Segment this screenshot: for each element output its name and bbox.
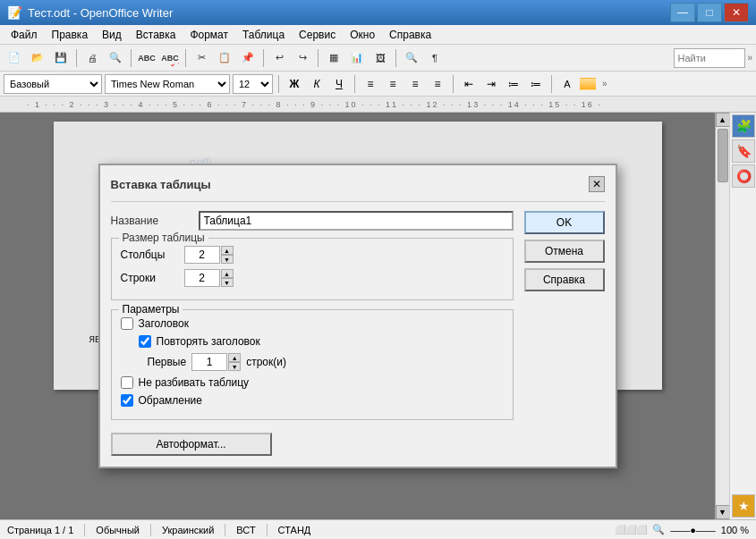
header-checkbox[interactable] (121, 317, 133, 330)
ruler-marks: · 1 · · · 2 · · · 3 · · · 4 · · · 5 · · … (27, 100, 602, 109)
menu-tools[interactable]: Сервис (292, 27, 343, 43)
scroll-up-button[interactable]: ▲ (716, 113, 730, 127)
cols-label: Столбцы (121, 248, 179, 261)
print-button[interactable]: 🖨 (81, 47, 103, 69)
rows-up-button[interactable]: ▲ (221, 269, 234, 278)
status-zoom-icon: 🔍 (652, 524, 665, 535)
redo-button[interactable]: ↪ (292, 47, 313, 69)
rows-input[interactable] (184, 269, 220, 287)
spellcheck2-button[interactable]: ABC (159, 47, 181, 69)
scroll-down-button[interactable]: ▼ (716, 505, 730, 519)
params-group: Параметры Заголовок Повторять заголовок (111, 309, 514, 420)
minimize-button[interactable]: — (670, 3, 695, 22)
table-name-input[interactable] (199, 211, 514, 231)
right-panel: 🧩 🔖 ⭕ ★ (729, 113, 756, 519)
first-up-button[interactable]: ▲ (228, 353, 241, 362)
border-checkbox[interactable] (121, 394, 133, 407)
cols-input[interactable] (184, 246, 220, 264)
cut-button[interactable]: ✂ (191, 47, 212, 69)
dialog-close-button[interactable]: ✕ (589, 176, 605, 192)
undo-button[interactable]: ↩ (268, 47, 290, 69)
rows-spinner-btns: ▲ ▼ (221, 269, 234, 287)
menu-view[interactable]: Вид (95, 27, 129, 43)
open-button[interactable]: 📂 (27, 47, 48, 69)
paste-button[interactable]: 📌 (237, 47, 259, 69)
first-spinner: ▲ ▼ (191, 353, 241, 371)
maximize-button[interactable]: □ (697, 3, 722, 22)
image-button[interactable]: 🖼 (370, 47, 391, 69)
panel-btn-2[interactable]: 🔖 (732, 139, 755, 163)
font-select[interactable]: Times New Roman (105, 74, 230, 94)
menu-insert[interactable]: Вставка (129, 27, 183, 43)
style-select[interactable]: Базовый (4, 74, 102, 94)
align-left-button[interactable]: ≡ (361, 74, 380, 94)
rows-down-button[interactable]: ▼ (221, 278, 234, 287)
close-button[interactable]: ✕ (724, 3, 749, 22)
cols-spinner-btns: ▲ ▼ (221, 246, 234, 264)
menu-table[interactable]: Таблица (235, 27, 292, 43)
list-button[interactable]: ≔ (504, 74, 523, 94)
first-down-button[interactable]: ▼ (228, 362, 241, 371)
scroll-thumb[interactable] (718, 129, 728, 182)
new-button[interactable]: 📄 (4, 47, 25, 69)
menu-format[interactable]: Формат (183, 27, 235, 43)
rows-label: Строки (121, 272, 179, 284)
menu-file[interactable]: Файл (4, 27, 45, 43)
first-rows-row: Первые ▲ ▼ строк(и) (148, 353, 504, 371)
repeat-label: Повторять заголовок (157, 335, 260, 348)
panel-btn-3[interactable]: ⭕ (732, 164, 755, 188)
panel-btn-1[interactable]: 🧩 (732, 114, 755, 138)
status-bar: Страница 1 / 1 Обычный Украинский ВСТ СТ… (0, 519, 756, 539)
rows-row: Строки ▲ ▼ (121, 269, 504, 287)
toolbar-expand-icon: » (747, 53, 752, 63)
find-input[interactable] (674, 48, 745, 68)
doc-area: SortingPCRepair.Com SortingPCRepair.Com … (0, 113, 715, 519)
status-sep-2 (150, 524, 151, 536)
header-label: Заголовок (139, 317, 189, 330)
show-chars-button[interactable]: ¶ (424, 47, 446, 69)
ok-button[interactable]: OK (524, 211, 605, 234)
highlight-button[interactable] (580, 78, 596, 90)
status-zoom-slider[interactable]: ——●—— (670, 525, 716, 535)
vertical-scrollbar: ▲ ▼ (715, 113, 729, 519)
scroll-track[interactable] (716, 127, 729, 505)
cols-down-button[interactable]: ▼ (221, 255, 234, 264)
copy-button[interactable]: 📋 (214, 47, 235, 69)
underline-button[interactable]: Ч (329, 74, 349, 94)
first-input[interactable] (191, 353, 227, 371)
cancel-button[interactable]: Отмена (524, 240, 605, 263)
menu-edit[interactable]: Правка (45, 27, 96, 43)
align-center-button[interactable]: ≡ (383, 74, 403, 94)
help-button[interactable]: Справка (524, 268, 605, 291)
italic-button[interactable]: К (307, 74, 327, 94)
repeat-checkbox[interactable] (139, 335, 151, 348)
nosplit-checkbox[interactable] (121, 376, 133, 389)
panel-btn-4[interactable]: ★ (732, 494, 755, 518)
size-select[interactable]: 12 (233, 74, 273, 94)
cols-row: Столбцы ▲ ▼ (121, 246, 504, 264)
align-justify-button[interactable]: ≡ (428, 74, 447, 94)
save-button[interactable]: 💾 (50, 47, 72, 69)
bold-button[interactable]: Ж (285, 74, 304, 94)
toolbar-sep-1 (76, 49, 77, 67)
cols-up-button[interactable]: ▲ (221, 246, 234, 255)
table-button[interactable]: ▦ (323, 47, 344, 69)
zoom-in-button[interactable]: 🔍 (401, 47, 422, 69)
font-color-button[interactable]: A (557, 74, 577, 94)
border-label: Обрамление (139, 394, 202, 407)
autoformat-button[interactable]: Автоформат... (111, 433, 272, 456)
title-bar-controls: — □ ✕ (670, 3, 749, 22)
spellcheck-button[interactable]: ABC (136, 47, 157, 69)
menu-window[interactable]: Окно (343, 27, 382, 43)
indent-less-button[interactable]: ⇤ (459, 74, 479, 94)
indent-more-button[interactable]: ⇥ (481, 74, 501, 94)
status-page: Страница 1 / 1 (7, 525, 73, 535)
align-right-button[interactable]: ≡ (405, 74, 425, 94)
status-icons: ⬜⬜⬜ (615, 525, 647, 535)
format-sep-1 (278, 75, 279, 93)
main-area: SortingPCRepair.Com SortingPCRepair.Com … (0, 113, 756, 519)
preview-button[interactable]: 🔍 (105, 47, 126, 69)
menu-help[interactable]: Справка (382, 27, 438, 43)
num-list-button[interactable]: ≔ (526, 74, 546, 94)
chart-button[interactable]: 📊 (346, 47, 368, 69)
